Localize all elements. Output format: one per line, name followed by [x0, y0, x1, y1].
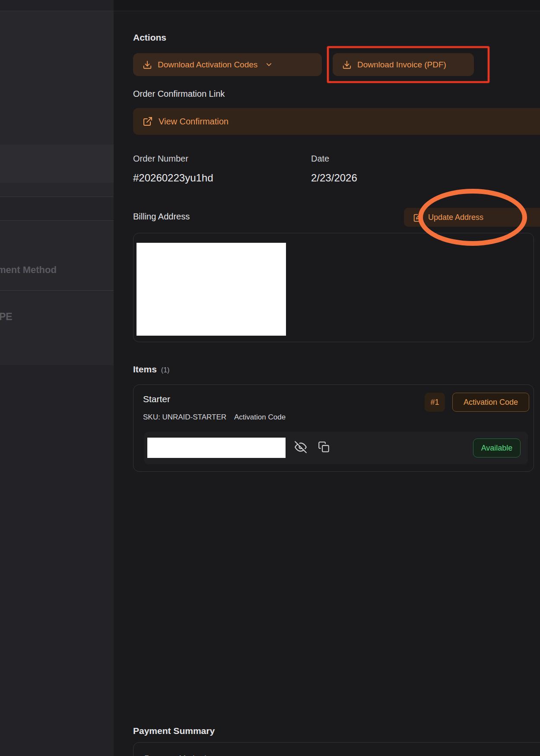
items-heading-text: Items	[133, 364, 157, 374]
item-card: Starter SKU: UNRAID-STARTERActivation Co…	[133, 384, 534, 472]
sidebar-lower-section	[0, 365, 114, 756]
download-activation-codes-label: Download Activation Codes	[158, 60, 257, 70]
redacted-address	[137, 243, 286, 336]
sidebar: ment Method PE	[0, 0, 114, 756]
items-count: (1)	[161, 366, 170, 374]
payment-method-heading-partial: ment Method	[0, 264, 57, 276]
copy-icon	[318, 441, 330, 453]
stripe-label-partial: PE	[0, 311, 13, 323]
sidebar-top-strip	[0, 0, 114, 11]
hide-code-button[interactable]	[295, 441, 307, 453]
order-details-screen: ment Method PE Actions Download Activati…	[0, 0, 540, 756]
update-address-button[interactable]: Update Address	[404, 208, 540, 227]
edit-pencil-icon	[413, 213, 422, 222]
external-link-icon	[143, 116, 153, 127]
activation-code-badge: Activation Code	[452, 393, 529, 412]
redacted-activation-code	[147, 438, 286, 458]
download-icon	[143, 60, 152, 70]
item-index-badge: #1	[425, 393, 445, 412]
copy-code-button[interactable]	[318, 441, 330, 453]
eye-off-icon	[295, 441, 307, 453]
item-sku: SKU: UNRAID-STARTER	[143, 413, 226, 421]
chevron-down-icon	[265, 60, 273, 69]
actions-heading: Actions	[133, 32, 166, 43]
available-status-badge: Available	[473, 438, 521, 457]
order-number-label: Order Number	[133, 154, 188, 164]
sidebar-divider	[0, 220, 114, 221]
item-sku-line: SKU: UNRAID-STARTERActivation Code	[143, 413, 286, 422]
download-invoice-label: Download Invoice (PDF)	[357, 60, 446, 70]
date-value: 2/23/2026	[311, 172, 357, 184]
order-number-value: #20260223yu1hd	[133, 172, 213, 184]
payment-summary-heading: Payment Summary	[133, 726, 215, 736]
update-address-label: Update Address	[428, 213, 483, 222]
date-label: Date	[311, 154, 329, 164]
payment-summary-box: Payment Method	[133, 742, 540, 756]
item-sku-type: Activation Code	[234, 413, 286, 421]
payment-method-label-partial: Payment Method	[144, 754, 206, 756]
download-activation-codes-button[interactable]: Download Activation Codes	[133, 53, 322, 76]
billing-address-heading: Billing Address	[133, 212, 190, 222]
activation-code-row: Available	[144, 432, 528, 464]
download-invoice-button[interactable]: Download Invoice (PDF)	[333, 53, 474, 76]
view-confirmation-label: View Confirmation	[159, 117, 229, 127]
order-confirmation-link-heading: Order Confirmation Link	[133, 89, 225, 99]
view-confirmation-button[interactable]: View Confirmation	[133, 108, 540, 135]
panel-top-strip	[114, 0, 540, 11]
sidebar-divider	[0, 290, 114, 291]
sidebar-row	[0, 197, 114, 220]
items-heading: Items(1)	[133, 364, 169, 375]
order-details-panel: Actions Download Activation Codes Downlo…	[114, 0, 540, 756]
billing-address-box	[133, 233, 534, 342]
item-name: Starter	[143, 394, 170, 404]
download-icon	[342, 60, 352, 70]
sidebar-row-highlight	[0, 145, 114, 183]
